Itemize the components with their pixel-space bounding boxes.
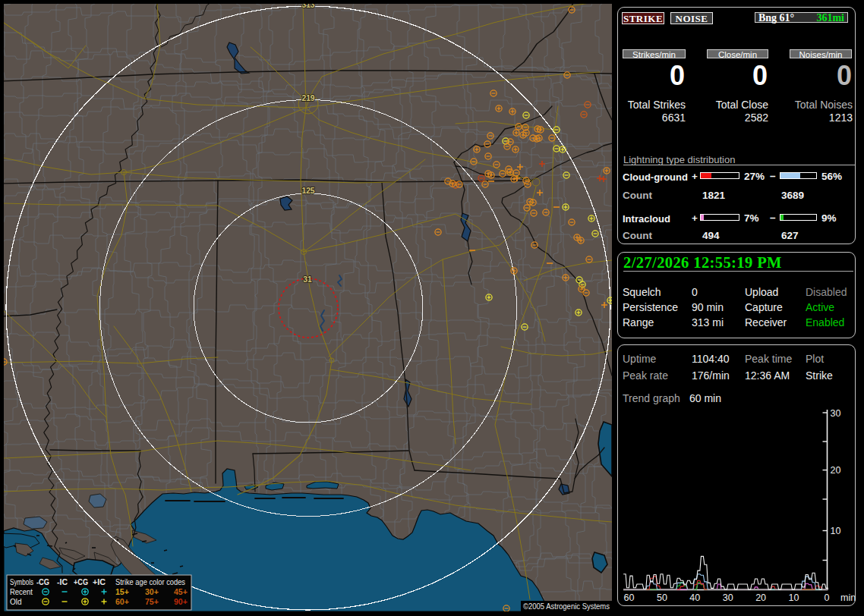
svg-text:15+: 15+ <box>115 587 129 596</box>
svg-text:75+: 75+ <box>145 597 159 606</box>
svg-text:20: 20 <box>831 465 841 476</box>
svg-text:min: min <box>840 592 856 603</box>
svg-text:Recent: Recent <box>10 588 33 596</box>
svg-text:50: 50 <box>657 592 667 603</box>
svg-text:60: 60 <box>624 592 635 603</box>
svg-text:45+: 45+ <box>174 587 188 596</box>
svg-text:Strike age color codes: Strike age color codes <box>115 578 185 586</box>
svg-text:10: 10 <box>831 526 841 536</box>
svg-text:40: 40 <box>689 592 700 603</box>
svg-text:©2005 Astrogenic Systems: ©2005 Astrogenic Systems <box>523 602 610 611</box>
svg-text:+CG: +CG <box>74 578 88 586</box>
svg-text:219: 219 <box>301 94 314 102</box>
svg-text:60+: 60+ <box>115 597 129 606</box>
svg-text:30: 30 <box>831 408 841 419</box>
svg-text:-CG: -CG <box>36 578 49 586</box>
svg-text:Symbols: Symbols <box>10 578 33 586</box>
svg-text:20: 20 <box>755 592 766 603</box>
svg-text:10: 10 <box>789 592 799 603</box>
svg-text:90+: 90+ <box>174 597 188 606</box>
svg-text:Old: Old <box>10 598 22 606</box>
svg-text:0: 0 <box>824 592 829 603</box>
svg-text:30+: 30+ <box>145 587 159 596</box>
svg-text:+IC: +IC <box>93 578 106 586</box>
svg-text:125: 125 <box>301 187 314 195</box>
svg-text:30: 30 <box>723 592 733 603</box>
svg-text:-IC: -IC <box>57 578 68 586</box>
svg-text:31: 31 <box>303 275 312 284</box>
svg-text:313: 313 <box>301 4 314 9</box>
